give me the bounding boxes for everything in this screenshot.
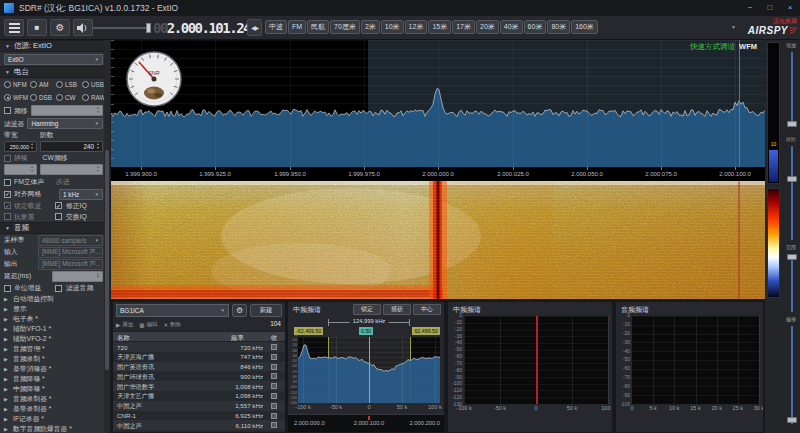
filter-audio-checkbox[interactable] bbox=[55, 285, 62, 292]
sidebar-section-13[interactable]: ▶数字音频防爆音器 * bbox=[0, 424, 109, 433]
band-button[interactable]: FM bbox=[288, 20, 306, 34]
order-input[interactable]: 240▲▼ bbox=[40, 141, 103, 152]
center-marker[interactable]: 0.50 bbox=[359, 327, 373, 335]
audio-spectrum-plot[interactable] bbox=[632, 316, 759, 404]
rf-spectrum-plot[interactable]: SNR 快速方式调谐WFM bbox=[111, 40, 765, 167]
play-action[interactable]: ▶播放 bbox=[116, 321, 133, 328]
new-entry-button[interactable]: 新建 bbox=[250, 304, 282, 317]
mode-wfm[interactable]: WFM bbox=[4, 94, 30, 101]
band-button[interactable]: 12米 bbox=[405, 20, 428, 34]
radio-section-header[interactable]: ▼电台 bbox=[0, 66, 109, 78]
mode-lsb[interactable]: LSB bbox=[56, 81, 82, 88]
samplerate-select[interactable]: 48000 sample/s▼ bbox=[38, 235, 103, 246]
chevron-down-icon[interactable]: ▼ bbox=[731, 24, 736, 30]
group-select[interactable]: BG1ICA▼ bbox=[116, 304, 229, 317]
table-row[interactable]: 国广华语数字1,008 kHz bbox=[113, 381, 285, 391]
row-checkbox[interactable] bbox=[271, 413, 277, 419]
shift-checkbox[interactable] bbox=[4, 107, 11, 114]
row-checkbox[interactable] bbox=[271, 344, 277, 350]
menu-button[interactable] bbox=[4, 19, 24, 36]
band-button[interactable]: 70厘米 bbox=[330, 20, 360, 34]
bandwidth-input[interactable]: 250,000▲▼ bbox=[4, 141, 37, 152]
row-checkbox[interactable] bbox=[271, 383, 277, 389]
squelch-checkbox[interactable] bbox=[4, 155, 11, 162]
sidebar-section-12[interactable]: ▶IF记录器 * bbox=[0, 414, 109, 424]
band-button[interactable]: 15米 bbox=[428, 20, 451, 34]
filter-select[interactable]: Hamming▼ bbox=[27, 118, 103, 129]
band-button[interactable]: 10米 bbox=[381, 20, 404, 34]
row-checkbox[interactable] bbox=[271, 393, 277, 399]
cw-shift-input[interactable]: ▲▼ bbox=[40, 164, 103, 175]
table-row[interactable]: 天津文艺广播1,098 kHz bbox=[113, 391, 285, 401]
anti-fading-checkbox[interactable] bbox=[4, 213, 11, 220]
table-row[interactable]: 720720 kHz bbox=[113, 342, 285, 352]
mode-cw[interactable]: CW bbox=[56, 94, 82, 101]
latency-input[interactable]: ▲▼ bbox=[52, 271, 103, 282]
mode-dsb[interactable]: DSB bbox=[30, 94, 56, 101]
sidebar-section-9[interactable]: ▶中频降噪 * bbox=[0, 384, 109, 394]
filter-left-marker[interactable]: -62,499.50 bbox=[294, 327, 323, 335]
band-button[interactable]: 17米 bbox=[452, 20, 475, 34]
band-button[interactable]: 20米 bbox=[476, 20, 499, 34]
lock-carrier-checkbox[interactable]: ✓ bbox=[4, 202, 11, 209]
audio-input-select[interactable]: [MME] Microsoft 声...▼ bbox=[38, 247, 103, 258]
sidebar-section-3[interactable]: ▶辅助VFO-1 * bbox=[0, 324, 109, 334]
source-section-header[interactable]: ▼信源: ExtIO bbox=[0, 40, 109, 52]
snap-checkbox[interactable]: ✓ bbox=[4, 191, 11, 198]
if-zoom-button-1[interactable]: 捕获 bbox=[383, 304, 411, 315]
delete-action[interactable]: ✕删除 bbox=[163, 321, 181, 328]
swap-iq-checkbox[interactable] bbox=[55, 213, 62, 220]
frequency-display[interactable]: 002.000.101.249 bbox=[153, 18, 257, 38]
shift-input[interactable]: ▲▼ bbox=[31, 105, 103, 116]
settings-button[interactable]: ⚙ bbox=[50, 19, 70, 36]
stop-button[interactable]: ■ bbox=[27, 19, 47, 36]
if-zoom-button-0[interactable]: 锁定 bbox=[353, 304, 381, 315]
if-zoom-button-2[interactable]: 中心 bbox=[413, 304, 441, 315]
sidebar-section-7[interactable]: ▶基带消噪器 * bbox=[0, 364, 109, 374]
source-select[interactable]: ExtIO▼ bbox=[4, 54, 103, 65]
band-button[interactable]: 中波 bbox=[265, 20, 287, 34]
row-checkbox[interactable] bbox=[271, 422, 277, 428]
sidebar-scrollbar-thumb[interactable] bbox=[105, 150, 109, 370]
row-checkbox[interactable] bbox=[271, 364, 277, 370]
sidebar-section-10[interactable]: ▶音频录制器 * bbox=[0, 394, 109, 404]
table-row[interactable]: CNR-16,925 kHz bbox=[113, 411, 285, 421]
close-button[interactable]: × bbox=[782, 2, 798, 14]
fm-stereo-checkbox[interactable] bbox=[4, 179, 11, 186]
band-button[interactable]: 民航 bbox=[307, 20, 329, 34]
row-checkbox[interactable] bbox=[271, 403, 277, 409]
mute-button[interactable] bbox=[73, 19, 93, 36]
mode-nfm[interactable]: NFM bbox=[4, 81, 30, 88]
titlebar[interactable]: SDR# (汉化: BG1ICA) v1.0.0.1732 - ExtIO − … bbox=[0, 0, 800, 16]
waterfall[interactable] bbox=[111, 181, 765, 299]
table-row[interactable]: 中国之声6,110 kHz bbox=[113, 420, 285, 430]
mode-am[interactable]: AM bbox=[30, 81, 56, 88]
sidebar-section-5[interactable]: ▶音频管理 * bbox=[0, 344, 109, 354]
band-button[interactable]: 160米 bbox=[571, 20, 598, 34]
unity-gain-checkbox[interactable] bbox=[4, 285, 11, 292]
correct-iq-checkbox[interactable]: ✓ bbox=[55, 202, 62, 209]
slider-thumb-3[interactable] bbox=[787, 417, 797, 423]
manager-settings-button[interactable]: ⚙ bbox=[232, 304, 247, 317]
band-button[interactable]: 80米 bbox=[547, 20, 570, 34]
table-row[interactable]: 国广环球资讯900 kHz bbox=[113, 371, 285, 381]
volume-slider[interactable] bbox=[92, 27, 150, 29]
band-button[interactable]: 2米 bbox=[361, 20, 380, 34]
tune-step-buttons[interactable]: ◀▶ bbox=[247, 19, 262, 36]
sidebar-section-2[interactable]: ▶电子表 * bbox=[0, 314, 109, 324]
row-checkbox[interactable] bbox=[271, 354, 277, 360]
if-zoom-plot[interactable] bbox=[298, 337, 440, 403]
audio-output-select[interactable]: [MME] Microsoft 声...▼ bbox=[38, 259, 103, 270]
table-row[interactable]: 天津滨海广播747 kHz bbox=[113, 352, 285, 362]
minimize-button[interactable]: − bbox=[742, 2, 758, 14]
table-row[interactable]: 国广英语资讯846 kHz bbox=[113, 362, 285, 372]
sidebar-section-6[interactable]: ▶音频录制 * bbox=[0, 354, 109, 364]
slider-thumb-2[interactable] bbox=[787, 254, 797, 260]
volume-slider-thumb[interactable] bbox=[146, 23, 151, 33]
if-spectrum-plot[interactable] bbox=[464, 316, 608, 404]
edit-action[interactable]: ▦编辑 bbox=[139, 321, 157, 328]
maximize-button[interactable]: □ bbox=[762, 2, 778, 14]
sidebar-section-1[interactable]: ▶显示 bbox=[0, 304, 109, 314]
slider-thumb-0[interactable] bbox=[787, 121, 797, 127]
squelch-input[interactable]: ▲▼ bbox=[4, 164, 37, 175]
